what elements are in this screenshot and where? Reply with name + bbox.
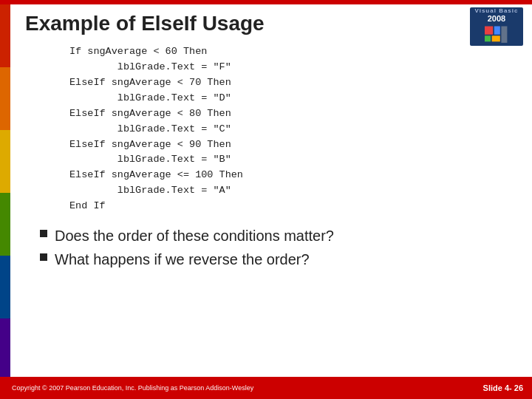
code-line-5: ElseIf sngAverage < 80 Then — [69, 106, 517, 122]
code-line-11: End If — [69, 199, 517, 214]
slide-title: Example of ElseIf Usage — [25, 12, 517, 35]
bottom-copyright: Copyright © 2007 Pearson Education, Inc.… — [12, 384, 253, 392]
left-bar-yellow — [0, 130, 10, 193]
code-line-6: lblGrade.Text = "C" — [69, 122, 517, 137]
bottom-slide-number: Slide 4- 26 — [483, 383, 523, 392]
bullets: Does the order of these conditions matte… — [40, 226, 517, 269]
code-line-10: lblGrade.Text = "A" — [69, 183, 517, 199]
bullet-item-1: Does the order of these conditions matte… — [40, 226, 517, 245]
code-line-2: lblGrade.Text = "F" — [69, 60, 517, 75]
left-bar-purple — [0, 318, 10, 381]
left-bar-orange — [0, 67, 10, 130]
bottom-bar: Copyright © 2007 Pearson Education, Inc.… — [0, 377, 532, 399]
code-line-4: lblGrade.Text = "D" — [69, 91, 517, 106]
left-bar-green — [0, 193, 10, 256]
bullet-square-2 — [40, 253, 47, 261]
code-line-3: ElseIf sngAverage < 70 Then — [69, 75, 517, 91]
code-line-7: ElseIf sngAverage < 90 Then — [69, 137, 517, 153]
code-line-1: If sngAverage < 60 Then — [69, 44, 517, 60]
code-line-8: lblGrade.Text = "B" — [69, 152, 517, 168]
code-line-9: ElseIf sngAverage <= 100 Then — [69, 168, 517, 183]
bullet-text-1: Does the order of these conditions matte… — [55, 226, 334, 245]
left-bars — [0, 4, 10, 381]
main-content: Example of ElseIf Usage If sngAverage < … — [10, 4, 532, 377]
slide-container: Visual Basic 2008 Example of ElseIf Usag… — [0, 0, 532, 399]
bullet-text-2: What happens if we reverse the order? — [55, 250, 310, 269]
bullet-item-2: What happens if we reverse the order? — [40, 250, 517, 269]
left-bar-red — [0, 4, 10, 67]
code-block: If sngAverage < 60 Then lblGrade.Text = … — [69, 44, 517, 214]
bullet-square-1 — [40, 230, 47, 237]
left-bar-blue — [0, 256, 10, 318]
